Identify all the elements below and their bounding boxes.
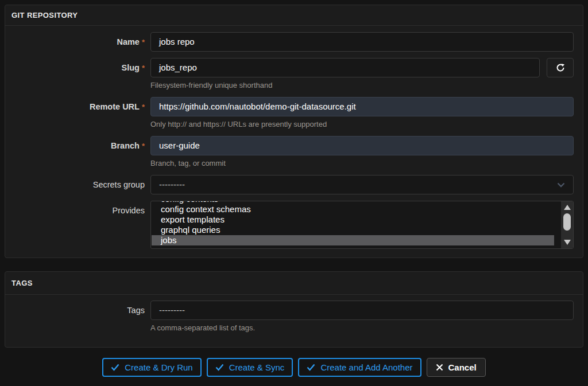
provides-label: Provides [14, 201, 145, 249]
cancel-label: Cancel [448, 362, 477, 372]
refresh-icon [556, 63, 565, 72]
create-sync-button[interactable]: Create & Sync [207, 358, 293, 377]
branch-input[interactable]: user-guide [150, 136, 574, 155]
provides-option[interactable]: graphql queries [152, 225, 554, 235]
provides-options: config contexts config context schemas e… [152, 201, 554, 245]
slug-label-text: Slug [122, 63, 140, 72]
branch-required-asterisk: * [142, 142, 145, 150]
remote-url-label-text: Remote URL [90, 102, 140, 111]
name-required-asterisk: * [142, 38, 145, 46]
tags-input[interactable]: --------- [150, 301, 574, 320]
remote-url-required-asterisk: * [142, 103, 145, 111]
provides-option[interactable]: jobs [152, 235, 554, 245]
slug-field-row: Slug* jobs_repo Filesystem-friendly uniq… [14, 58, 574, 91]
secrets-group-selected-value: --------- [159, 179, 185, 190]
slug-label: Slug* [14, 58, 145, 91]
create-dry-run-button[interactable]: Create & Dry Run [102, 358, 201, 377]
tags-help-text: A comma-separated list of tags. [150, 323, 574, 332]
check-icon [307, 364, 315, 371]
form-actions: Create & Dry Run Create & Sync Create an… [5, 358, 583, 377]
create-dry-run-label: Create & Dry Run [125, 362, 192, 372]
provides-option[interactable]: export templates [152, 215, 554, 225]
close-icon [436, 364, 443, 371]
scroll-up-icon[interactable] [564, 205, 571, 210]
tags-panel-body: Tags --------- A comma-separated list of… [5, 295, 583, 347]
slug-required-asterisk: * [142, 64, 145, 72]
branch-field-row: Branch* user-guide Branch, tag, or commi… [14, 136, 574, 169]
provides-field-row: Provides config contexts config context … [14, 201, 574, 249]
name-label: Name* [14, 32, 145, 52]
create-add-another-label: Create and Add Another [320, 362, 412, 372]
tags-panel-title: TAGS [5, 272, 583, 295]
secrets-group-label: Secrets group [14, 175, 145, 194]
branch-label: Branch* [14, 136, 145, 169]
tags-panel: TAGS Tags --------- A comma-separated li… [5, 271, 583, 348]
name-field-row: Name* jobs repo [14, 32, 574, 52]
page: GIT REPOSITORY Name* jobs repo Slug* job… [0, 0, 588, 381]
secrets-group-field-row: Secrets group --------- [14, 175, 574, 194]
provides-option[interactable]: config context schemas [152, 204, 554, 215]
create-sync-label: Create & Sync [229, 362, 285, 372]
remote-url-help-text: Only http:// and https:// URLs are prese… [150, 120, 574, 128]
slug-help-text: Filesystem-friendly unique shorthand [150, 81, 574, 89]
regenerate-slug-button[interactable] [547, 58, 574, 77]
git-repository-panel: GIT REPOSITORY Name* jobs repo Slug* job… [5, 5, 583, 258]
provides-multiselect[interactable]: config contexts config context schemas e… [150, 201, 574, 249]
slug-input[interactable]: jobs_repo [150, 58, 540, 77]
provides-scrollbar[interactable] [561, 201, 573, 248]
git-repository-panel-title: GIT REPOSITORY [5, 5, 583, 26]
cancel-button[interactable]: Cancel [427, 358, 486, 377]
check-icon [215, 364, 224, 371]
tags-field-row: Tags --------- A comma-separated list of… [14, 301, 574, 333]
tags-label: Tags [14, 301, 145, 333]
secrets-group-select[interactable]: --------- [150, 175, 574, 194]
remote-url-label: Remote URL* [14, 97, 145, 130]
scrollbar-thumb[interactable] [563, 213, 571, 231]
chevron-down-icon [557, 182, 565, 188]
create-add-another-button[interactable]: Create and Add Another [298, 358, 421, 377]
remote-url-field-row: Remote URL* https://github.com/nautobot/… [14, 97, 574, 130]
remote-url-input[interactable]: https://github.com/nautobot/demo-git-dat… [150, 97, 574, 116]
name-input[interactable]: jobs repo [150, 32, 574, 52]
scroll-down-icon[interactable] [564, 240, 571, 245]
name-label-text: Name [117, 37, 140, 46]
branch-label-text: Branch [111, 141, 140, 150]
check-icon [111, 364, 119, 371]
branch-help-text: Branch, tag, or commit [150, 159, 574, 167]
git-repository-panel-body: Name* jobs repo Slug* jobs_repo [5, 26, 583, 258]
